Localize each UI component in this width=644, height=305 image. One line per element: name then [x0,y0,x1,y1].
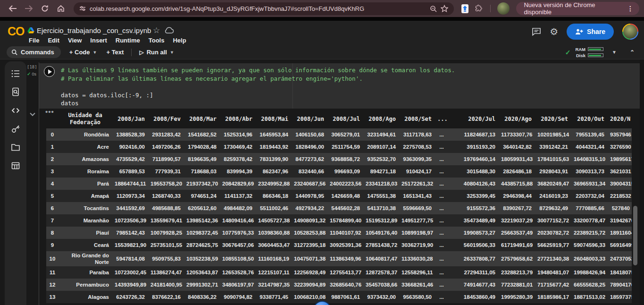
run-all-button[interactable]: ▷ Run all ▼ [134,49,179,56]
chevron-down-icon[interactable]: ▼ [170,50,174,55]
value-cell: 7770885,66 [571,202,607,214]
menu-edit[interactable]: Edit [43,36,64,45]
value-cell: 56625919,77 [535,239,571,251]
code-snippets-icon[interactable] [10,105,21,116]
files-folder-icon[interactable] [10,142,21,153]
bookmark-star-icon[interactable] [441,5,448,12]
account-avatar[interactable] [622,24,638,40]
table-row: 5Amapá1120973,341268740,33974651,2411411… [46,190,632,202]
toolbar-divider [490,5,491,12]
browser-profile-avatar[interactable] [497,2,510,15]
dataframe-output[interactable]: Unidade da Federação2008/Jan2008/Fev2008… [46,110,632,305]
menu-runtime[interactable]: Runtime [111,36,144,45]
column-header: 2008/Ago [363,110,399,128]
column-header: 2008/Set [399,110,435,128]
data-table-icon[interactable] [10,160,21,171]
code-line[interactable]: # Para eliminar las últimas líneas es ne… [61,75,455,83]
back-arrow-icon[interactable] [5,2,21,15]
forward-arrow-icon[interactable] [21,2,37,15]
row-index: 7 [46,214,59,227]
table-row: 1Acre902416,001497206,261794028,48173046… [46,141,632,153]
cloud-saved-icon[interactable] [165,27,174,35]
kebab-menu-icon[interactable]: ⋮ [627,5,634,12]
add-code-button[interactable]: + Code ▼ [65,49,102,56]
value-cell: 32239094,89 [291,279,327,291]
dataframe-table: Unidade da Federação2008/Jan2008/Fev2008… [46,110,632,303]
value-cell: 3915193,20 [449,141,498,153]
value-cell: 18418075 [607,266,632,279]
colab-header: CO Ejercicio_trabajando _con_csv.ipynb ☆… [0,21,644,45]
code-line[interactable] [61,83,455,91]
share-button[interactable]: Share [567,24,614,40]
collapse-toolbar-icon[interactable]: ⌃ [625,49,637,56]
url-text[interactable]: colab.research.google.com/drive/1sg-ANqP… [90,5,426,12]
value-cell: 18871513,02 [571,291,607,303]
value-cell: 12653528,76 [219,266,255,279]
column-header: 2008/Jan [112,110,148,128]
value-cell: 1440978,95 [291,190,327,202]
add-text-button[interactable]: + Text [101,49,128,56]
column-header: ... [435,110,449,128]
column-header: 2020/Out [571,110,607,128]
value-cell: 36965931,34 [571,178,607,190]
code-line[interactable]: datos [61,99,455,108]
extension-icon[interactable] [461,4,468,13]
value-cell: 3253399,45 [449,190,498,202]
reload-icon[interactable] [37,2,53,15]
address-bar[interactable]: colab.research.google.com/drive/1sg-ANqP… [74,2,454,15]
value-cell: 11040107,92 [327,227,363,239]
find-replace-icon[interactable] [10,86,21,98]
star-outline-icon[interactable]: ☆ [153,25,160,35]
run-cell-button[interactable] [44,66,55,77]
value-cell: 10475071,38 [291,251,327,266]
menu-view[interactable]: View [64,36,86,45]
resources-chevron-icon[interactable]: ▼ [608,50,620,55]
home-icon[interactable] [53,2,69,15]
execution-time: 0s [32,72,36,76]
execution-count[interactable]: [18] [27,65,38,69]
value-cell: 14809416,46 [219,214,255,227]
value-cell: ... [435,141,449,153]
value-cell: 19553758,20 [148,178,184,190]
site-info-icon[interactable] [79,5,86,12]
chevron-down-icon[interactable]: ▼ [93,50,97,55]
menu-insert[interactable]: Insert [86,36,111,45]
code-line[interactable]: datos = datos.iloc[:-9, :] [61,91,455,100]
output-scrollbar-thumb[interactable] [633,206,637,265]
collapse-output-chevron-icon[interactable] [29,110,36,119]
extensions-puzzle-icon[interactable] [475,2,484,15]
value-cell: 12215107,11 [255,266,291,279]
value-cell: 23341218,03 [363,178,399,190]
menu-file[interactable]: File [25,36,43,45]
code-cell[interactable]: # Las últimas 9 líneas también se pueden… [39,63,640,109]
resource-meter[interactable]: RAM Disk [575,47,603,58]
value-cell: 6205612,60 [184,202,219,214]
value-cell: ... [435,279,449,291]
notebook-title[interactable]: Ejercicio_trabajando _con_csv.ipynb [37,26,151,34]
value-cell: 16408315,10 [571,153,607,165]
state-name-cell: Pará [59,178,112,190]
colab-logo[interactable]: CO [8,25,25,38]
code-editor[interactable]: # Las últimas 9 líneas también se pueden… [61,66,455,108]
search-icon[interactable] [430,5,437,12]
table-of-contents-icon[interactable] [10,68,21,79]
settings-gear-icon[interactable]: ⚙ [550,26,558,37]
comment-icon[interactable] [532,27,541,36]
value-cell: 74914677,43 [449,279,498,291]
disk-label: Disk [576,53,585,58]
value-cell: 56019506,33 [449,239,498,251]
table-header-row: Unidade da Federação2008/Jan2008/Fev2008… [46,110,632,128]
value-cell: 527840 [607,202,632,214]
row-index: 4 [46,178,59,190]
value-cell: 36820249,47 [535,178,571,190]
code-line[interactable]: # Las últimas 9 líneas también se pueden… [61,66,455,75]
menu-tools[interactable]: Tools [144,36,169,45]
commands-button[interactable]: Commands [7,46,61,58]
chrome-update-button[interactable]: Nueva versión de Chrome disponible ⋮ [516,2,639,15]
table-row: 9Ceará15539821,9025735101,5528724625,753… [46,239,632,251]
value-cell: 18185986,17 [535,291,571,303]
value-cell: 1541682,52 [184,128,219,141]
secrets-key-icon[interactable] [10,123,21,135]
menu-help[interactable]: Help [168,36,190,45]
table-row: 2Amazonas4735529,427118990,578196635,498… [46,153,632,165]
